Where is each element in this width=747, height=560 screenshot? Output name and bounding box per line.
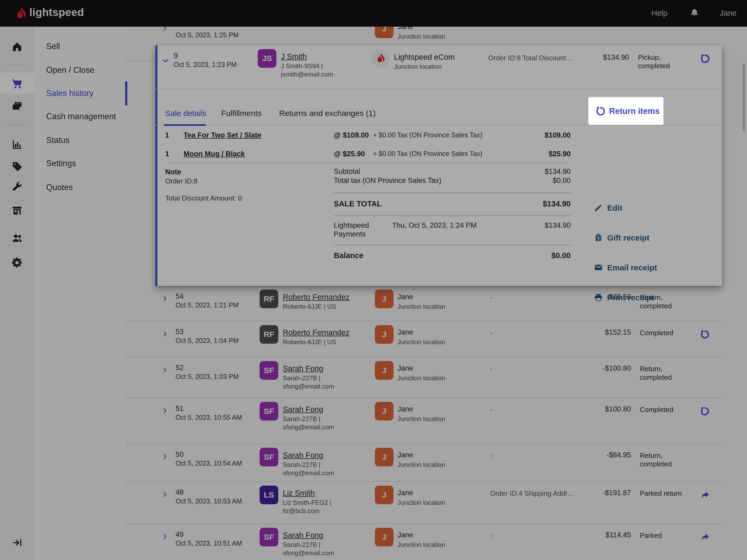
return-items-icon <box>595 106 606 117</box>
return-items-spotlight[interactable]: Return items <box>588 97 664 125</box>
app-root: lightspeed Help Jane SellOpen / CloseSal… <box>0 0 747 560</box>
return-items-button[interactable]: Return items <box>609 106 660 116</box>
dim-overlay <box>0 0 747 560</box>
